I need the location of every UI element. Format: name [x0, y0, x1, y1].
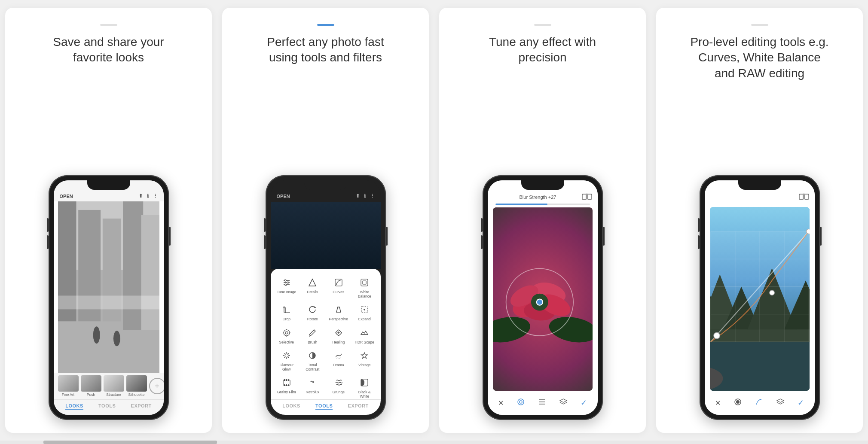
tool-grunge[interactable]: Grunge [326, 375, 351, 399]
tool-curves[interactable]: Curves [326, 275, 351, 301]
thumb-silhouette[interactable]: Silhouette [126, 375, 147, 397]
svg-point-94 [736, 400, 740, 404]
svg-point-49 [313, 381, 314, 382]
phone-4-layers-icon[interactable] [776, 398, 785, 408]
svg-rect-51 [582, 194, 586, 199]
phone-4-frame: ✕ ✓ [700, 175, 820, 420]
phone-2-open-label: OPEN [277, 194, 290, 199]
selective-icon [282, 328, 291, 338]
phone-2-tools[interactable]: TOOLS [315, 403, 333, 410]
svg-point-66 [520, 401, 522, 403]
black-white-label: Black & White [354, 390, 376, 398]
phone-4-power [820, 227, 822, 246]
phone-2-frame: OPEN ⬆ ℹ ⋮ Tune Im [266, 175, 386, 420]
phone-3-tune-icon[interactable] [538, 398, 546, 408]
retrolux-icon [308, 378, 317, 388]
healing-icon [334, 328, 343, 338]
phone-1-screen: OPEN ⬆ ℹ ⋮ [54, 180, 164, 415]
tool-rotate[interactable]: Rotate [300, 302, 325, 324]
phone-1-thumbnails: Fine Art Push Structure Silhouette + [54, 373, 164, 399]
white-balance-icon [360, 278, 369, 288]
tool-brush[interactable]: Brush [300, 325, 325, 347]
phone-2-vol-up [264, 218, 266, 232]
phone-4-screen: ✕ ✓ [705, 180, 815, 415]
phone-4-close-icon[interactable]: ✕ [715, 399, 721, 407]
tool-retrolux[interactable]: Retrolux [300, 375, 325, 399]
perspective-icon [334, 305, 343, 315]
expand-label: Expand [358, 317, 371, 321]
tool-vintage[interactable]: Vintage [352, 348, 377, 374]
thumb-push[interactable]: Push [81, 375, 101, 397]
tool-tonal-contrast[interactable]: Tonal Contrast [300, 348, 325, 374]
tool-details[interactable]: Details [300, 275, 325, 301]
thumb-fine-art[interactable]: Fine Art [58, 375, 79, 397]
tool-grainy-film[interactable]: Grainy Film [274, 375, 300, 399]
phone-2-notch [304, 180, 347, 190]
panel-3-indicators [534, 24, 551, 28]
bottombar-tools[interactable]: TOOLS [98, 403, 116, 410]
phone-3-progress-bar [495, 204, 547, 205]
phone-1-open-label: OPEN [60, 194, 73, 199]
bottom-scrollbar [0, 441, 868, 444]
grainy-film-icon [282, 378, 291, 388]
phone-2-bottombar: LOOKS TOOLS EXPORT [271, 399, 381, 415]
bottombar-export[interactable]: EXPORT [131, 403, 152, 410]
svg-point-90 [806, 229, 810, 234]
panel-3-title: Tune any effect with precision [472, 34, 614, 66]
svg-point-13 [284, 280, 286, 281]
bottombar-looks[interactable]: LOOKS [65, 403, 83, 410]
glamour-glow-icon [282, 351, 291, 361]
phone-1-frame: OPEN ⬆ ℹ ⋮ [49, 175, 169, 420]
svg-rect-47 [288, 384, 289, 386]
tool-healing[interactable]: Healing [326, 325, 351, 347]
thumb-fine-art-img [58, 375, 79, 392]
svg-rect-5 [123, 201, 143, 330]
thumb-structure[interactable]: Structure [104, 375, 124, 397]
tonal-contrast-icon [308, 351, 317, 361]
phone-2-export[interactable]: EXPORT [348, 403, 369, 410]
tool-crop[interactable]: Crop [274, 302, 300, 324]
tool-expand[interactable]: Expand [352, 302, 377, 324]
thumb-push-img [81, 375, 101, 392]
phone-2-share-icon: ⬆ [356, 193, 360, 199]
phone-4-curves-icon[interactable] [755, 398, 763, 408]
tool-black-white[interactable]: Black & White [352, 375, 377, 399]
tool-white-balance[interactable]: White Balance [352, 275, 377, 301]
panel-4-indicators [751, 24, 768, 28]
phone-4-record-icon[interactable] [734, 398, 742, 408]
phone-1-notch [87, 180, 130, 190]
phone-3-check-icon[interactable]: ✓ [581, 398, 587, 408]
svg-line-37 [288, 357, 289, 358]
thumb-add-button[interactable]: + [149, 378, 164, 394]
phone-2-icons: ⬆ ℹ ⋮ [356, 193, 375, 199]
tool-glamour-glow[interactable]: Glamour Glow [274, 348, 300, 374]
phone-3-selective-icon[interactable] [517, 398, 525, 408]
vintage-icon [360, 351, 369, 361]
menu-icon: ⋮ [153, 193, 158, 199]
panel-1-title: Save and share your favorite looks [38, 34, 180, 66]
phone-2-screen: OPEN ⬆ ℹ ⋮ Tune Im [271, 180, 381, 415]
panel-2-title: Perfect any photo fast using tools and f… [255, 34, 397, 66]
tool-selective[interactable]: Selective [274, 325, 300, 347]
thumb-silhouette-img [126, 375, 147, 392]
tool-perspective[interactable]: Perspective [326, 302, 351, 324]
tool-drama[interactable]: Drama [326, 348, 351, 374]
phone-2-looks[interactable]: LOOKS [282, 403, 300, 410]
tool-tune-image[interactable]: Tune Image [274, 275, 300, 301]
svg-rect-18 [361, 279, 368, 286]
glamour-glow-label: Glamour Glow [276, 363, 298, 371]
svg-rect-19 [363, 281, 366, 284]
phone-3-close-icon[interactable]: ✕ [498, 399, 504, 407]
expand-icon [360, 305, 369, 315]
svg-rect-45 [284, 384, 285, 386]
phone-4-check-icon[interactable]: ✓ [798, 398, 804, 408]
tool-hdr-scape[interactable]: HDR Scape [352, 325, 377, 347]
phone-3-layers-icon[interactable] [559, 398, 568, 408]
phone-2-info-icon: ℹ [364, 193, 366, 199]
rotate-icon [308, 305, 317, 315]
rotate-label: Rotate [307, 317, 318, 321]
share-icon: ⬆ [139, 193, 143, 199]
details-icon [308, 278, 317, 288]
tonal-contrast-label: Tonal Contrast [302, 363, 324, 371]
phone-4-bottombar: ✕ ✓ [705, 393, 815, 415]
